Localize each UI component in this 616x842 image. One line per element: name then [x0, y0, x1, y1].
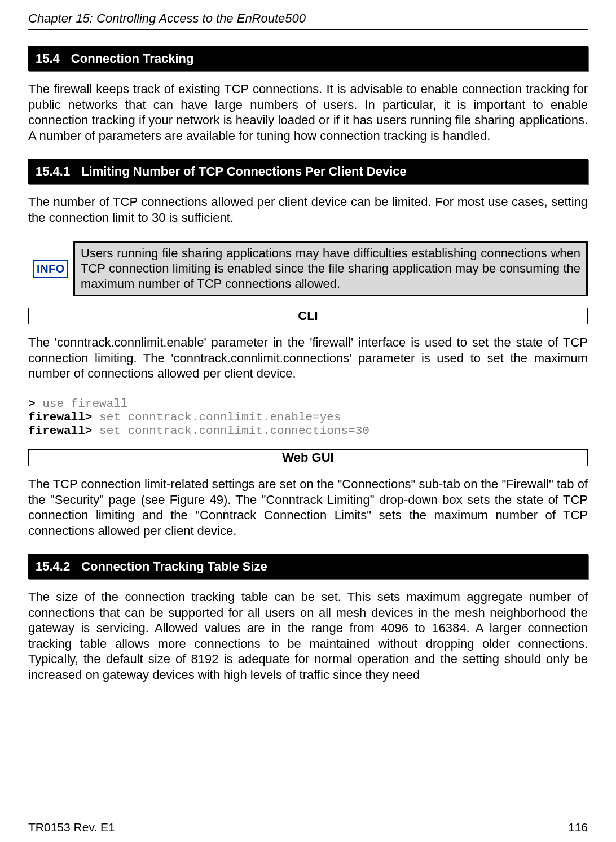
code-command: use firewall — [36, 397, 128, 410]
page: Chapter 15: Controlling Access to the En… — [0, 0, 616, 842]
section-title: Limiting Number of TCP Connections Per C… — [81, 164, 407, 178]
section-heading-15-4: 15.4Connection Tracking — [28, 46, 588, 71]
code-prompt: firewall> — [28, 411, 92, 424]
paragraph: The size of the connection tracking tabl… — [28, 589, 588, 682]
webgui-label: Web GUI — [28, 449, 588, 466]
code-command: set conntrack.connlimit.enable=yes — [92, 411, 341, 424]
code-prompt: firewall> — [28, 424, 92, 437]
chapter-header: Chapter 15: Controlling Access to the En… — [28, 11, 588, 30]
footer-doc-id: TR0153 Rev. E1 — [28, 821, 115, 834]
paragraph: The 'conntrack.connlimit.enable' paramet… — [28, 335, 588, 381]
code-command: set conntrack.connlimit.connections=30 — [92, 424, 369, 437]
section-title: Connection Tracking — [71, 51, 194, 65]
section-number: 15.4 — [36, 51, 60, 66]
section-number: 15.4.2 — [36, 559, 70, 574]
code-prompt: > — [28, 397, 36, 410]
info-text: Users running file sharing applications … — [73, 241, 588, 296]
info-icon: INFO — [33, 260, 68, 278]
footer-page-number: 116 — [568, 821, 588, 834]
paragraph: The TCP connection limit-related setting… — [28, 476, 588, 538]
info-badge-column: INFO — [28, 241, 73, 296]
cli-label: CLI — [28, 308, 588, 324]
section-heading-15-4-2: 15.4.2Connection Tracking Table Size — [28, 554, 588, 579]
section-title: Connection Tracking Table Size — [81, 559, 267, 573]
paragraph: The firewall keeps track of existing TCP… — [28, 81, 588, 143]
page-footer: TR0153 Rev. E1 116 — [28, 821, 588, 834]
paragraph: The number of TCP connections allowed pe… — [28, 194, 588, 225]
code-block: > use firewall firewall> set conntrack.c… — [28, 397, 588, 438]
section-heading-15-4-1: 15.4.1Limiting Number of TCP Connections… — [28, 159, 588, 184]
info-callout: INFO Users running file sharing applicat… — [28, 241, 588, 296]
section-number: 15.4.1 — [36, 164, 70, 179]
